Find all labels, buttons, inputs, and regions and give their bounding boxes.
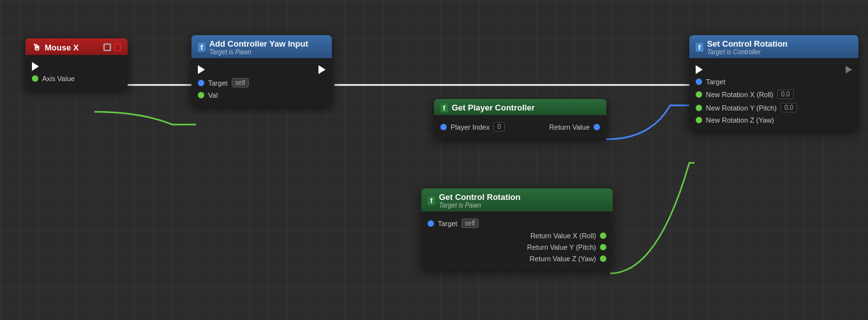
- get-rotation-subtitle: Target is Pawn: [439, 202, 521, 209]
- set-control-rotation-node: f Set Control Rotation Target is Control…: [689, 35, 858, 131]
- return-y-pin: [600, 244, 606, 250]
- return-z-pin: [600, 255, 606, 262]
- rotation-target-row: Target self: [428, 217, 606, 230]
- set-new-y-row: New Rotation Y (Pitch) 0.0: [696, 101, 852, 114]
- target-self-badge: self: [232, 78, 250, 88]
- get-rotation-header-text: Get Control Rotation Target is Pawn: [439, 192, 521, 209]
- add-yaw-body: Target self Val: [191, 58, 332, 106]
- target-row: Target self: [198, 76, 326, 89]
- mouse-x-pin1: [103, 43, 111, 51]
- return-y-row: Return Value Y (Pitch): [428, 241, 606, 253]
- add-yaw-title: Add Controller Yaw Input: [209, 39, 308, 49]
- set-rotation-title: Set Control Rotation: [707, 39, 788, 49]
- set-target-label: Target: [706, 78, 726, 86]
- set-target-row: Target: [696, 76, 852, 88]
- get-rotation-body: Target self Return Value X (Roll) Return…: [421, 211, 613, 270]
- get-player-header-text: Get Player Controller: [452, 103, 535, 112]
- set-new-x-row: New Rotation X (Roll) 0.0: [696, 88, 852, 101]
- set-target-pin: [696, 79, 702, 85]
- return-y-label: Return Value Y (Pitch): [527, 243, 596, 251]
- player-index-value: 0: [493, 122, 505, 132]
- set-rotation-exec-row: [696, 63, 852, 76]
- set-rotation-header-text: Set Control Rotation Target is Controlle…: [707, 39, 788, 56]
- exec-out-pin: [318, 65, 326, 74]
- rotation-target-self-badge: self: [461, 218, 479, 228]
- set-exec-in-pin: [696, 65, 703, 74]
- target-pin: [198, 80, 204, 86]
- axis-value-row: Axis Value: [32, 73, 121, 84]
- axis-value-pin: [32, 75, 38, 82]
- return-value-pin: [594, 124, 600, 130]
- mouse-x-header: 🖱 Mouse X: [26, 38, 128, 55]
- set-exec-out-pin: [846, 66, 852, 73]
- exec-in-pin: [198, 65, 205, 74]
- axis-value-label: Axis Value: [42, 75, 75, 82]
- get-rotation-title: Get Control Rotation: [439, 192, 521, 202]
- rotation-target-pin: [428, 220, 434, 227]
- return-x-pin: [600, 232, 606, 239]
- set-rotation-body: Target New Rotation X (Roll) 0.0 New Rot…: [689, 58, 858, 131]
- exec-out-pin: [32, 62, 39, 71]
- return-z-label: Return Value Z (Yaw): [530, 255, 596, 263]
- mouse-x-pin2: [114, 43, 121, 51]
- add-yaw-subtitle: Target is Pawn: [209, 49, 308, 56]
- mouse-icon: 🖱: [32, 42, 41, 52]
- set-new-x-value: 0.0: [777, 89, 794, 99]
- add-yaw-node: f Add Controller Yaw Input Target is Paw…: [191, 35, 332, 106]
- get-player-title: Get Player Controller: [452, 103, 535, 112]
- set-new-z-row: New Rotation Z (Yaw): [696, 114, 852, 126]
- get-player-body: Player Index 0 Return Value: [434, 115, 606, 139]
- set-new-z-pin: [696, 117, 702, 123]
- set-new-x-pin: [696, 91, 702, 98]
- return-x-label: Return Value X (Roll): [530, 232, 596, 240]
- mouse-x-node: 🖱 Mouse X Axis Value: [26, 38, 128, 89]
- player-index-row: Player Index 0 Return Value: [440, 120, 600, 133]
- rotation-target-label: Target: [438, 220, 458, 227]
- set-new-y-pin: [696, 105, 702, 111]
- set-new-y-label: New Rotation Y (Pitch): [706, 104, 777, 112]
- set-new-z-label: New Rotation Z (Yaw): [706, 116, 774, 124]
- return-value-label: Return Value: [550, 123, 590, 131]
- mouse-x-exec-row: [32, 60, 121, 73]
- function-icon: f: [198, 43, 206, 52]
- add-yaw-exec-row: [198, 63, 326, 76]
- mouse-x-body: Axis Value: [26, 55, 128, 89]
- player-index-pin: [440, 124, 447, 130]
- set-new-x-label: New Rotation X (Roll): [706, 91, 774, 98]
- add-yaw-header-text: Add Controller Yaw Input Target is Pawn: [209, 39, 308, 56]
- return-x-row: Return Value X (Roll): [428, 230, 606, 241]
- player-index-label: Player Index: [451, 123, 490, 131]
- get-control-rotation-node: f Get Control Rotation Target is Pawn Ta…: [421, 188, 613, 270]
- set-rotation-subtitle: Target is Controller: [707, 49, 788, 56]
- val-label: Val: [208, 91, 218, 99]
- function-icon-rotation: f: [428, 196, 435, 205]
- target-label: Target: [208, 79, 228, 87]
- val-pin: [198, 92, 204, 98]
- set-new-y-value: 0.0: [781, 103, 797, 112]
- get-player-controller-node: f Get Player Controller Player Index 0 R…: [434, 99, 606, 139]
- get-player-header: f Get Player Controller: [434, 99, 606, 115]
- function-icon-player: f: [440, 103, 448, 112]
- function-icon-set: f: [696, 43, 703, 52]
- val-row: Val: [198, 89, 326, 101]
- mouse-x-title: Mouse X: [45, 43, 79, 52]
- return-z-row: Return Value Z (Yaw): [428, 253, 606, 264]
- add-yaw-header: f Add Controller Yaw Input Target is Paw…: [191, 35, 332, 58]
- set-rotation-header: f Set Control Rotation Target is Control…: [689, 35, 858, 58]
- get-rotation-header: f Get Control Rotation Target is Pawn: [421, 188, 613, 211]
